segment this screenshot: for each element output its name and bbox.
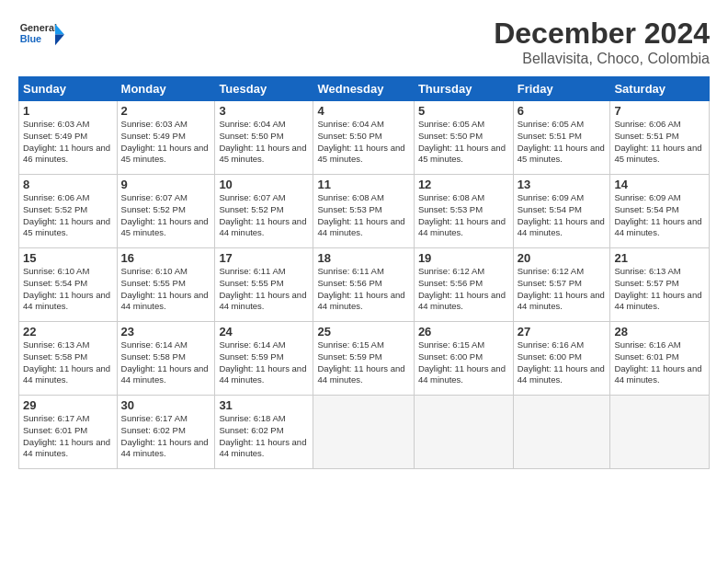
calendar-cell: 6 Sunrise: 6:05 AM Sunset: 5:51 PM Dayli… [513, 101, 610, 175]
day-number: 12 [418, 178, 509, 191]
day-info: Sunrise: 6:17 AM Sunset: 6:01 PM Dayligh… [23, 413, 113, 460]
calendar-cell: 19 Sunrise: 6:12 AM Sunset: 5:56 PM Dayl… [414, 248, 513, 322]
col-thursday: Thursday [414, 77, 513, 101]
day-number: 26 [418, 325, 509, 339]
day-number: 10 [219, 178, 309, 191]
calendar-cell: 12 Sunrise: 6:08 AM Sunset: 5:53 PM Dayl… [414, 175, 513, 248]
day-info: Sunrise: 6:06 AM Sunset: 5:51 PM Dayligh… [614, 119, 705, 166]
calendar-cell: 18 Sunrise: 6:11 AM Sunset: 5:56 PM Dayl… [313, 248, 414, 322]
day-number: 19 [418, 251, 509, 265]
calendar-cell: 21 Sunrise: 6:13 AM Sunset: 5:57 PM Dayl… [610, 248, 710, 322]
day-number: 16 [121, 251, 211, 265]
day-number: 3 [219, 104, 309, 118]
calendar-cell: 1 Sunrise: 6:03 AM Sunset: 5:49 PM Dayli… [19, 101, 118, 175]
calendar-cell: 26 Sunrise: 6:15 AM Sunset: 6:00 PM Dayl… [414, 322, 513, 396]
day-info: Sunrise: 6:17 AM Sunset: 6:02 PM Dayligh… [121, 413, 211, 460]
day-number: 18 [317, 251, 409, 265]
col-friday: Friday [513, 77, 610, 101]
day-info: Sunrise: 6:14 AM Sunset: 5:59 PM Dayligh… [219, 339, 309, 386]
header: General Blue December 2024 Bellavisita, … [18, 17, 710, 67]
day-info: Sunrise: 6:06 AM Sunset: 5:52 PM Dayligh… [23, 192, 113, 239]
day-number: 2 [121, 104, 211, 118]
day-number: 15 [23, 251, 113, 265]
calendar-week-row: 8 Sunrise: 6:06 AM Sunset: 5:52 PM Dayli… [19, 175, 710, 248]
day-number: 23 [121, 325, 211, 339]
calendar-cell: 22 Sunrise: 6:13 AM Sunset: 5:58 PM Dayl… [19, 322, 118, 396]
col-sunday: Sunday [19, 77, 118, 101]
calendar-cell: 13 Sunrise: 6:09 AM Sunset: 5:54 PM Dayl… [513, 175, 610, 248]
calendar-week-row: 15 Sunrise: 6:10 AM Sunset: 5:54 PM Dayl… [19, 248, 710, 322]
calendar-cell: 5 Sunrise: 6:05 AM Sunset: 5:50 PM Dayli… [414, 101, 513, 175]
day-number: 1 [23, 104, 113, 118]
day-number: 14 [614, 178, 705, 191]
day-info: Sunrise: 6:16 AM Sunset: 6:01 PM Dayligh… [614, 339, 705, 386]
day-number: 17 [219, 251, 309, 265]
calendar-cell: 28 Sunrise: 6:16 AM Sunset: 6:01 PM Dayl… [610, 322, 710, 396]
col-tuesday: Tuesday [215, 77, 313, 101]
day-info: Sunrise: 6:18 AM Sunset: 6:02 PM Dayligh… [219, 413, 309, 460]
day-info: Sunrise: 6:12 AM Sunset: 5:57 PM Dayligh… [518, 266, 607, 313]
page: General Blue December 2024 Bellavisita, … [0, 0, 728, 563]
col-wednesday: Wednesday [313, 77, 414, 101]
day-number: 4 [317, 104, 409, 118]
day-number: 5 [418, 104, 509, 118]
svg-marker-2 [55, 24, 64, 35]
calendar-cell [610, 396, 710, 469]
day-info: Sunrise: 6:15 AM Sunset: 5:59 PM Dayligh… [317, 339, 409, 386]
day-number: 21 [614, 251, 705, 265]
day-number: 13 [518, 178, 607, 191]
day-info: Sunrise: 6:10 AM Sunset: 5:55 PM Dayligh… [121, 266, 211, 313]
calendar-header-row: Sunday Monday Tuesday Wednesday Thursday… [19, 77, 710, 101]
day-info: Sunrise: 6:11 AM Sunset: 5:56 PM Dayligh… [317, 266, 409, 313]
calendar-cell: 9 Sunrise: 6:07 AM Sunset: 5:52 PM Dayli… [117, 175, 215, 248]
day-number: 7 [614, 104, 705, 118]
day-info: Sunrise: 6:10 AM Sunset: 5:54 PM Dayligh… [23, 266, 113, 313]
location-subtitle: Bellavisita, Choco, Colombia [494, 51, 710, 67]
calendar-cell: 20 Sunrise: 6:12 AM Sunset: 5:57 PM Dayl… [513, 248, 610, 322]
day-number: 24 [219, 325, 309, 339]
day-info: Sunrise: 6:07 AM Sunset: 5:52 PM Dayligh… [219, 192, 309, 239]
calendar-cell: 27 Sunrise: 6:16 AM Sunset: 6:00 PM Dayl… [513, 322, 610, 396]
day-info: Sunrise: 6:07 AM Sunset: 5:52 PM Dayligh… [121, 192, 211, 239]
day-info: Sunrise: 6:14 AM Sunset: 5:58 PM Dayligh… [121, 339, 211, 386]
logo-svg: General Blue [18, 17, 64, 53]
calendar-cell: 14 Sunrise: 6:09 AM Sunset: 5:54 PM Dayl… [610, 175, 710, 248]
day-number: 31 [219, 398, 309, 412]
day-info: Sunrise: 6:13 AM Sunset: 5:57 PM Dayligh… [614, 266, 705, 313]
calendar-cell: 3 Sunrise: 6:04 AM Sunset: 5:50 PM Dayli… [215, 101, 313, 175]
calendar-cell: 16 Sunrise: 6:10 AM Sunset: 5:55 PM Dayl… [117, 248, 215, 322]
day-info: Sunrise: 6:09 AM Sunset: 5:54 PM Dayligh… [614, 192, 705, 239]
day-info: Sunrise: 6:08 AM Sunset: 5:53 PM Dayligh… [418, 192, 509, 239]
calendar-cell [313, 396, 414, 469]
svg-text:Blue: Blue [20, 33, 41, 44]
day-info: Sunrise: 6:04 AM Sunset: 5:50 PM Dayligh… [219, 119, 309, 166]
day-number: 27 [518, 325, 607, 339]
calendar-cell [414, 396, 513, 469]
day-number: 30 [121, 398, 211, 412]
day-info: Sunrise: 6:03 AM Sunset: 5:49 PM Dayligh… [23, 119, 113, 166]
svg-text:General: General [20, 22, 57, 33]
day-number: 29 [23, 398, 113, 412]
calendar-cell: 17 Sunrise: 6:11 AM Sunset: 5:55 PM Dayl… [215, 248, 313, 322]
day-info: Sunrise: 6:16 AM Sunset: 6:00 PM Dayligh… [518, 339, 607, 386]
day-number: 8 [23, 178, 113, 191]
day-info: Sunrise: 6:05 AM Sunset: 5:50 PM Dayligh… [418, 119, 509, 166]
day-number: 9 [121, 178, 211, 191]
day-info: Sunrise: 6:04 AM Sunset: 5:50 PM Dayligh… [317, 119, 409, 166]
calendar-cell: 15 Sunrise: 6:10 AM Sunset: 5:54 PM Dayl… [19, 248, 118, 322]
calendar-week-row: 29 Sunrise: 6:17 AM Sunset: 6:01 PM Dayl… [19, 396, 710, 469]
calendar-cell: 4 Sunrise: 6:04 AM Sunset: 5:50 PM Dayli… [313, 101, 414, 175]
day-number: 6 [518, 104, 607, 118]
calendar-cell: 7 Sunrise: 6:06 AM Sunset: 5:51 PM Dayli… [610, 101, 710, 175]
calendar-cell: 30 Sunrise: 6:17 AM Sunset: 6:02 PM Dayl… [117, 396, 215, 469]
calendar-week-row: 1 Sunrise: 6:03 AM Sunset: 5:49 PM Dayli… [19, 101, 710, 175]
calendar-cell: 25 Sunrise: 6:15 AM Sunset: 5:59 PM Dayl… [313, 322, 414, 396]
day-info: Sunrise: 6:15 AM Sunset: 6:00 PM Dayligh… [418, 339, 509, 386]
day-number: 25 [317, 325, 409, 339]
day-info: Sunrise: 6:13 AM Sunset: 5:58 PM Dayligh… [23, 339, 113, 386]
title-area: December 2024 Bellavisita, Choco, Colomb… [494, 17, 710, 67]
col-monday: Monday [117, 77, 215, 101]
calendar-cell [513, 396, 610, 469]
logo: General Blue [18, 17, 64, 53]
calendar-cell: 2 Sunrise: 6:03 AM Sunset: 5:49 PM Dayli… [117, 101, 215, 175]
